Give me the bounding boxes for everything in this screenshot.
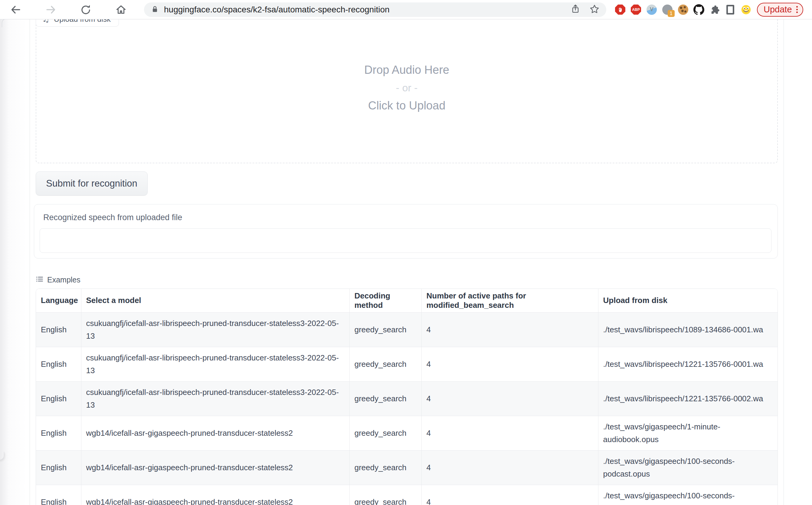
submit-for-recognition-button[interactable]: Submit for recognition: [36, 171, 148, 196]
cell-paths[interactable]: 4: [421, 416, 598, 450]
dropzone-hint: Drop Audio Here - or - Click to Upload: [36, 63, 777, 112]
extensions-group: ABP V 1: [614, 4, 752, 16]
cell-model[interactable]: wgb14/icefall-asr-gigaspeech-pruned-tran…: [81, 416, 350, 450]
cell-paths[interactable]: 4: [421, 450, 598, 485]
scrollbar-gutter[interactable]: [784, 19, 812, 505]
col-upload-from-disk: Upload from disk: [598, 289, 778, 312]
click-to-upload-text[interactable]: Click to Upload: [368, 99, 446, 112]
cell-decoding[interactable]: greedy_search: [350, 416, 421, 450]
or-text: - or -: [396, 82, 418, 94]
table-row[interactable]: English csukuangfj/icefall-asr-librispee…: [36, 381, 778, 416]
audio-dropzone[interactable]: ♫ Upload from disk Drop Audio Here - or …: [36, 19, 778, 163]
cell-decoding[interactable]: greedy_search: [350, 450, 421, 485]
cell-decoding[interactable]: greedy_search: [350, 312, 421, 347]
cell-upload[interactable]: ./test_wavs/librispeech/1221-135766-0001…: [598, 347, 778, 381]
examples-table: Language Select a model Decoding method …: [36, 289, 778, 505]
cell-language[interactable]: English: [36, 312, 81, 347]
cell-paths[interactable]: 4: [421, 312, 598, 347]
update-button[interactable]: Update: [757, 3, 803, 17]
extension-badge: 1: [668, 10, 675, 17]
table-row[interactable]: English wgb14/icefall-asr-gigaspeech-pru…: [36, 416, 778, 450]
sidebar-box-icon[interactable]: [724, 4, 736, 16]
table-row[interactable]: English csukuangfj/icefall-asr-librispee…: [36, 347, 778, 381]
profile-circle-icon[interactable]: 1: [661, 4, 673, 16]
examples-header: Examples: [36, 275, 81, 284]
browser-toolbar: huggingface.co/spaces/k2-fsa/automatic-s…: [0, 0, 812, 19]
vimium-icon[interactable]: V: [646, 4, 658, 16]
cell-paths[interactable]: 4: [421, 381, 598, 416]
examples-label: Examples: [47, 276, 81, 284]
menu-dots-icon[interactable]: [796, 6, 798, 13]
bookmark-star-icon[interactable]: [589, 3, 600, 16]
drop-audio-here-text: Drop Audio Here: [364, 63, 449, 76]
address-bar[interactable]: huggingface.co/spaces/k2-fsa/automatic-s…: [144, 2, 606, 17]
cell-upload[interactable]: ./test_wavs/gigaspeech/1-minute- audiobo…: [598, 416, 778, 450]
page-content: ♫ Upload from disk Drop Audio Here - or …: [0, 19, 812, 505]
cell-language[interactable]: English: [36, 450, 81, 485]
cell-model[interactable]: wgb14/icefall-asr-gigaspeech-pruned-tran…: [81, 485, 350, 505]
cell-paths[interactable]: 4: [421, 485, 598, 505]
cell-decoding[interactable]: greedy_search: [350, 347, 421, 381]
cell-language[interactable]: English: [36, 416, 81, 450]
url-text[interactable]: huggingface.co/spaces/k2-fsa/automatic-s…: [164, 5, 570, 14]
smiley-icon[interactable]: [740, 4, 752, 16]
cell-model[interactable]: csukuangfj/icefall-asr-librispeech-prune…: [81, 347, 350, 381]
cell-language[interactable]: English: [36, 381, 81, 416]
cell-model[interactable]: wgb14/icefall-asr-gigaspeech-pruned-tran…: [81, 450, 350, 485]
table-header-row: Language Select a model Decoding method …: [36, 289, 778, 312]
col-language: Language: [36, 289, 81, 312]
col-select-model: Select a model: [81, 289, 350, 312]
cell-decoding[interactable]: greedy_search: [350, 485, 421, 505]
abp-icon[interactable]: ABP: [630, 4, 642, 16]
upload-tab-label: Upload from disk: [54, 19, 111, 23]
adblock-hand-icon[interactable]: [614, 4, 626, 16]
lock-icon[interactable]: [151, 5, 159, 14]
table-row[interactable]: English csukuangfj/icefall-asr-librispee…: [36, 312, 778, 347]
puzzle-extensions-icon[interactable]: [708, 4, 721, 16]
cell-language[interactable]: English: [36, 485, 81, 505]
music-notes-icon: ♫: [42, 19, 49, 23]
home-icon[interactable]: [114, 3, 128, 16]
table-row[interactable]: English wgb14/icefall-asr-gigaspeech-pru…: [36, 485, 778, 505]
forward-icon[interactable]: [44, 3, 57, 16]
recognized-speech-textbox[interactable]: [40, 228, 772, 253]
list-icon: [36, 275, 43, 284]
output-label: Recognized speech from uploaded file: [43, 213, 182, 222]
share-icon[interactable]: [570, 4, 581, 16]
cell-decoding[interactable]: greedy_search: [350, 381, 421, 416]
table-row[interactable]: English wgb14/icefall-asr-gigaspeech-pru…: [36, 450, 778, 485]
col-num-active-paths: Number of active paths for modified_beam…: [421, 289, 598, 312]
cell-upload[interactable]: ./test_wavs/gigaspeech/100-seconds- podc…: [598, 450, 778, 485]
cell-language[interactable]: English: [36, 347, 81, 381]
github-icon[interactable]: [693, 4, 705, 16]
cell-upload[interactable]: ./test_wavs/gigaspeech/100-seconds- yout…: [598, 485, 778, 505]
cookie-icon[interactable]: [677, 4, 689, 16]
card-top-corner: [2, 19, 10, 27]
cell-model[interactable]: csukuangfj/icefall-asr-librispeech-prune…: [81, 312, 350, 347]
cell-model[interactable]: csukuangfj/icefall-asr-librispeech-prune…: [81, 381, 350, 416]
cell-paths[interactable]: 4: [421, 347, 598, 381]
cell-upload[interactable]: ./test_wavs/librispeech/1221-135766-0002…: [598, 381, 778, 416]
col-decoding-method: Decoding method: [350, 289, 421, 312]
output-panel: Recognized speech from uploaded file: [34, 204, 778, 259]
back-icon[interactable]: [9, 3, 22, 16]
left-rail: [0, 19, 30, 505]
cell-upload[interactable]: ./test_wavs/librispeech/1089-134686-0001…: [598, 312, 778, 347]
tab-upload-from-disk[interactable]: ♫ Upload from disk: [36, 19, 119, 27]
refresh-icon[interactable]: [79, 3, 93, 16]
